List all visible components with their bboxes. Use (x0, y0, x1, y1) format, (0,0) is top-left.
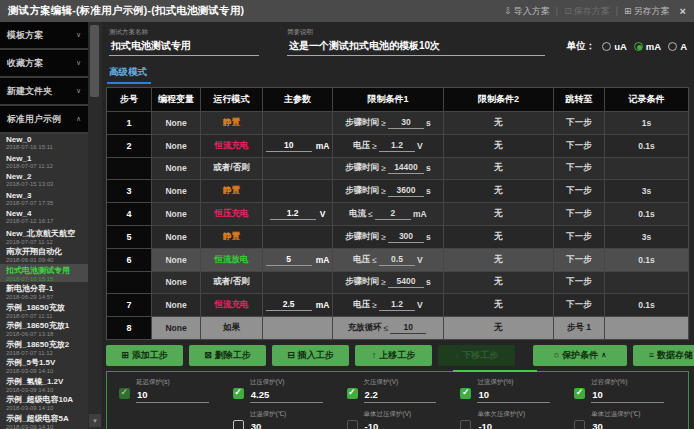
tab-advanced-mode[interactable]: 高级模式 (107, 64, 151, 84)
main-param-cell[interactable]: 1.2 V (263, 203, 333, 226)
run-mode-cell[interactable]: 恒流充电 (201, 135, 263, 158)
checkbox-icon[interactable] (233, 420, 244, 429)
table-row[interactable]: 7 None 恒流充电 2.5 mA 电压 ≥ 1.2 (107, 294, 688, 317)
main-param-cell[interactable] (263, 180, 333, 203)
program-variable-cell[interactable]: None (152, 226, 201, 249)
table-row[interactable]: 2 None 恒流充电 10 mA 电压 ≥ 1.2 (107, 135, 688, 158)
record-condition-cell[interactable]: 0.1s (605, 294, 688, 317)
sidebar-group-new-folder[interactable]: 新建文件夹 ∨ (0, 78, 88, 104)
protection-value[interactable]: 4.25 (250, 389, 323, 403)
checkbox-icon[interactable] (460, 388, 471, 399)
jump-to-cell[interactable]: 下一步 (554, 203, 605, 226)
list-item[interactable]: 示例_18650充放1 2018-06-07 13:18 (0, 319, 88, 338)
protection-value[interactable]: 2.2 (364, 389, 437, 403)
unit-radio-ma[interactable]: mA (634, 41, 661, 52)
limit-condition2-cell[interactable]: 无 (444, 158, 554, 181)
scrollbar-thumb[interactable] (90, 25, 99, 97)
list-item[interactable]: 示例_氢镍_1.2V 2018-03-09 14:10 (0, 375, 88, 394)
list-item[interactable]: New_2 2018-07-15 13:03 (0, 171, 88, 190)
protection-value[interactable]: -10 (477, 421, 550, 429)
run-mode-cell[interactable]: 静置 (201, 112, 263, 135)
add-step-button[interactable]: ⊞ 添加工步 (106, 345, 183, 366)
limit-condition2-cell[interactable]: 无 (444, 180, 554, 203)
record-condition-cell[interactable]: 3s (605, 180, 688, 203)
list-item[interactable]: New_3 2018-07-07 17:35 (0, 190, 88, 209)
save-plan-button[interactable]: ⊡ 保存方案 (564, 5, 610, 18)
limit-condition2-cell[interactable]: 无 (444, 249, 554, 272)
table-row[interactable]: 6 None 恒流放电 5 mA 电压 ≤ 0.5 (107, 249, 688, 272)
protection-value[interactable]: 30 (250, 421, 323, 429)
run-mode-cell[interactable]: 恒流充电 (201, 294, 263, 317)
program-variable-cell[interactable]: None (152, 112, 201, 135)
list-item[interactable]: 示例_18650充放 2018-07-07 11:11 (0, 301, 88, 320)
main-param-cell[interactable] (263, 112, 333, 135)
limit-condition1-cell[interactable]: 电压 ≤ 0.5 V (333, 249, 444, 272)
limit-condition1-cell[interactable]: 步骤时间 ≥ 300 s (333, 226, 444, 249)
list-item[interactable]: New_1 2018-07-07 11:12 (0, 153, 88, 172)
protection-value[interactable]: -10 (364, 421, 437, 429)
limit-condition1-cell[interactable]: 电压 ≥ 1.2 V (333, 294, 444, 317)
list-item[interactable]: 示例_5号1.5V 2018-03-09 14:10 (0, 356, 88, 375)
main-param-cell[interactable]: 10 mA (263, 135, 333, 158)
program-variable-cell[interactable]: None (152, 158, 201, 181)
limit-condition1-cell[interactable]: 步骤时间 ≥ 14400 s (333, 158, 444, 181)
scrollbar-down-arrow-icon[interactable]: ▾ (89, 414, 101, 427)
table-row[interactable]: 4 None 恒压充电 1.2 V 电流 ≤ 2 (107, 203, 688, 226)
program-variable-cell[interactable]: None (152, 317, 201, 340)
limit-condition1-cell[interactable]: 电压 ≥ 1.2 V (333, 135, 444, 158)
save-as-plan-button[interactable]: ⊞ 另存方案 (624, 5, 670, 18)
limit-condition1-cell[interactable]: 步骤时间 ≥ 30 s (333, 112, 444, 135)
sidebar-group-standard-examples[interactable]: 标准用户示例 ∧ (0, 106, 88, 132)
move-down-step-button[interactable]: ↓ 下移工步 (438, 345, 515, 366)
jump-to-cell[interactable]: 下一步 (554, 294, 605, 317)
protection-input[interactable]: 单体过压保护(V) -10 (364, 410, 437, 429)
jump-to-cell[interactable]: 下一步 (554, 112, 605, 135)
protection-input[interactable]: 欠压保护(V) 2.2 (364, 378, 437, 403)
protection-input[interactable]: 过温保护(℃) 30 (250, 410, 323, 429)
checkbox-icon[interactable] (574, 420, 585, 429)
protection-input[interactable]: 延迟保护(s) 10 (136, 378, 209, 403)
protection-input[interactable]: 过流保护(%) 10 (477, 378, 550, 403)
table-row[interactable]: 8 None 如果 充放循环 ≤ 10 (107, 317, 688, 340)
delete-step-button[interactable]: ⊠ 删除工步 (189, 345, 266, 366)
limit-condition1-cell[interactable]: 充放循环 ≤ 10 (333, 317, 444, 340)
record-condition-cell[interactable]: 3s (605, 226, 688, 249)
import-plan-button[interactable]: ⇩ 导入方案 (504, 5, 550, 18)
move-up-step-button[interactable]: ↑ 上移工步 (355, 345, 432, 366)
table-row[interactable]: 5 None 静置 步骤时间 ≥ 300 s (107, 226, 688, 249)
protection-input[interactable]: 过压保护(V) 4.25 (250, 378, 323, 403)
record-condition-cell[interactable]: 0.1s (605, 249, 688, 272)
run-mode-cell[interactable]: 如果 (201, 317, 263, 340)
program-variable-cell[interactable]: None (152, 249, 201, 272)
checkbox-icon[interactable] (119, 388, 130, 399)
checkbox-icon[interactable] (460, 420, 471, 429)
record-condition-cell[interactable] (605, 272, 688, 295)
close-button[interactable]: × (680, 5, 686, 17)
sidebar-group-template-plans[interactable]: 模板方案 ∨ (0, 22, 88, 48)
record-condition-cell[interactable]: 1s (605, 112, 688, 135)
sidebar-group-favorites[interactable]: 收藏方案 ∨ (0, 50, 88, 76)
protection-input[interactable]: 单体过温保护(℃) 30 (591, 410, 664, 429)
limit-condition2-cell[interactable]: 无 (444, 317, 554, 340)
run-mode-cell[interactable]: 或者/否则 (201, 272, 263, 295)
main-param-cell[interactable] (263, 272, 333, 295)
plan-desc-field[interactable]: 简要说明 这是一个测试扣式电池的模板10次 (287, 28, 545, 56)
protection-value[interactable]: 10 (477, 389, 550, 403)
main-param-cell[interactable]: 5 mA (263, 249, 333, 272)
list-item[interactable]: New_北京航天航空 2018-07-07 11:12 (0, 227, 88, 246)
run-mode-cell[interactable]: 恒压充电 (201, 203, 263, 226)
list-item[interactable]: 示例_超级电容10A 2018-03-09 14:10 (0, 393, 88, 412)
run-mode-cell[interactable]: 静置 (201, 226, 263, 249)
jump-to-cell[interactable]: 下一步 (554, 249, 605, 272)
data-storage-button[interactable]: ≡ 数据存储 ∨ (633, 345, 694, 366)
table-row[interactable]: 1 None 静置 步骤时间 ≥ 30 s (107, 112, 688, 135)
limit-condition2-cell[interactable]: 无 (444, 135, 554, 158)
program-variable-cell[interactable]: None (152, 135, 201, 158)
main-param-cell[interactable] (263, 317, 333, 340)
run-mode-cell[interactable]: 恒流放电 (201, 249, 263, 272)
limit-condition2-cell[interactable]: 无 (444, 203, 554, 226)
run-mode-cell[interactable]: 或者/否则 (201, 158, 263, 181)
unit-radio-ua[interactable]: uA (602, 41, 627, 52)
limit-condition2-cell[interactable]: 无 (444, 294, 554, 317)
checkbox-icon[interactable] (347, 420, 358, 429)
